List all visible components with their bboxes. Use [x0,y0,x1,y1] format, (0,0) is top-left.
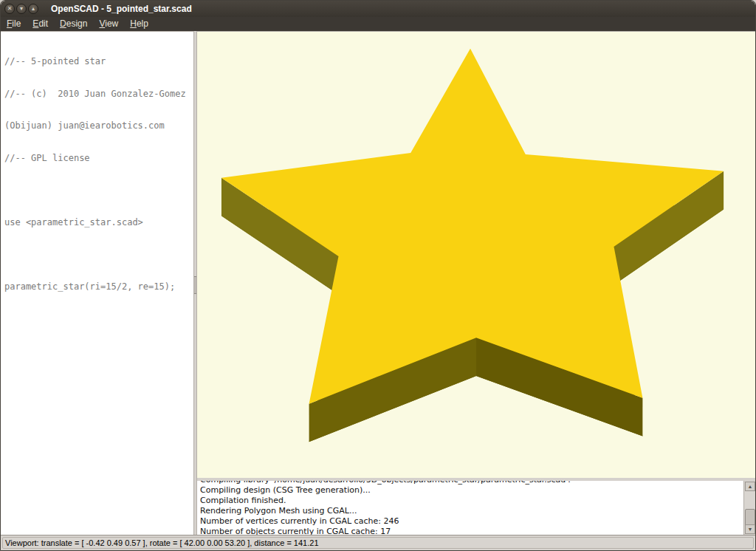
menubar: File Edit Design View Help [1,17,755,31]
scroll-up-button[interactable]: ▲ [745,482,755,491]
viewport-status-text: Viewport: translate = [ -0.42 0.49 0.57 … [2,537,754,549]
close-icon: ✕ [7,5,13,12]
code-line: use <parametric_star.scad> [4,217,193,228]
console-line: Rendering Polygon Mesh using CGAL... [200,506,740,516]
console-line: Number of objects currently in CGAL cach… [200,527,740,535]
openscad-window: ✕ ▾ ▴ OpenSCAD - 5_pointed_star.scad Fil… [0,0,756,551]
close-button[interactable]: ✕ [4,4,15,14]
code-line: //-- GPL license [4,153,193,164]
splitter-handle[interactable] [194,276,196,294]
console-output[interactable]: Compiling library '/home/juan/desarrollo… [197,478,755,535]
3d-viewport[interactable] [197,31,755,478]
maximize-icon: ▴ [32,5,35,12]
code-line [4,249,193,260]
right-column: Compiling library '/home/juan/desarrollo… [197,31,755,535]
maximize-button[interactable]: ▴ [28,4,38,14]
menu-design[interactable]: Design [54,17,93,31]
minimize-icon: ▾ [20,5,23,12]
code-line: //-- (c) 2010 Juan Gonzalez-Gomez [4,89,193,100]
console-line: Compiling library '/home/juan/desarrollo… [200,478,740,485]
code-line: parametric_star(ri=15/2, re=15); [4,281,193,292]
code-editor[interactable]: //-- 5-pointed star //-- (c) 2010 Juan G… [1,31,193,535]
arrow-up-icon: ▲ [748,484,753,489]
star-render [197,32,755,478]
menu-edit[interactable]: Edit [27,17,54,31]
console-line: Compiling design (CSG Tree generation)..… [200,485,740,496]
arrow-down-icon: ▼ [748,527,753,532]
window-title: OpenSCAD - 5_pointed_star.scad [51,1,192,17]
menu-view[interactable]: View [93,17,124,31]
console-scrollbar[interactable]: ▲ ▼ [743,481,755,535]
code-line: //-- 5-pointed star [4,56,193,67]
menu-help[interactable]: Help [124,17,154,31]
statusbar: Viewport: translate = [ -0.42 0.49 0.57 … [1,535,755,550]
code-line: (Obijuan) juan@iearobotics.com [4,120,193,131]
menu-file[interactable]: File [1,17,27,31]
titlebar[interactable]: ✕ ▾ ▴ OpenSCAD - 5_pointed_star.scad [1,1,755,17]
code-line [4,185,193,196]
console-line: Number of vertices currently in CGAL cac… [200,516,740,527]
scroll-down-button[interactable]: ▼ [745,524,755,534]
console-line: Compilation finished. [200,496,740,506]
console-lines: Compiling library '/home/juan/desarrollo… [200,478,740,535]
minimize-button[interactable]: ▾ [16,4,27,14]
